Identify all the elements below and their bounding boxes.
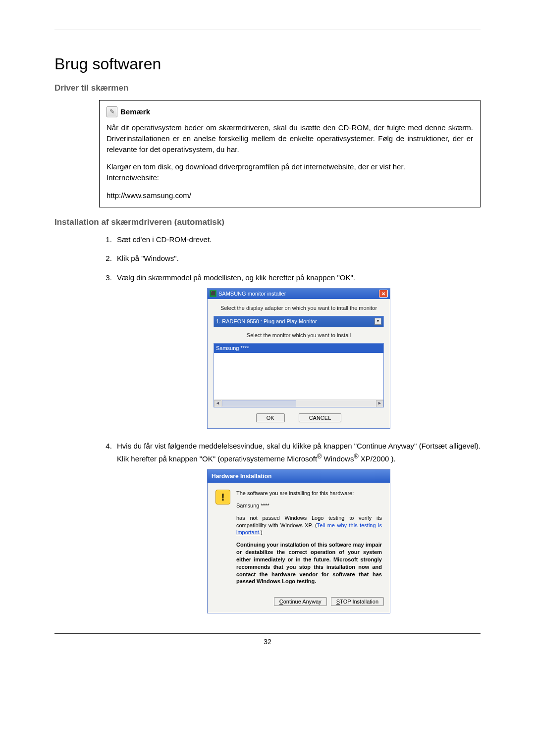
cancel-button[interactable]: CANCEL xyxy=(299,413,342,422)
step-3: Vælg din skærmmodel på modellisten, og k… xyxy=(114,272,481,429)
step-4-text-c: XP/2000 ). xyxy=(359,454,396,463)
step-4-text-b: Windows xyxy=(321,454,354,463)
scroll-left-icon[interactable]: ◄ xyxy=(214,400,221,407)
page-title: Brug softwaren xyxy=(54,55,481,73)
note-url: http://www.samsung.com/ xyxy=(107,190,473,201)
installer-titlebar: ⬛ SAMSUNG monitor installer ✕ xyxy=(208,289,390,299)
hw-l3b: ) xyxy=(261,529,263,535)
monitor-selected-item[interactable]: Samsung **** xyxy=(214,344,383,353)
reg-mark-1: ® xyxy=(317,453,321,460)
hw-line-3: has not passed Windows Logo testing to v… xyxy=(236,514,382,537)
monitor-label: Select the monitor which you want to ins… xyxy=(214,331,384,340)
scroll-right-icon[interactable]: ► xyxy=(376,400,383,407)
installer-app-icon: ⬛ xyxy=(210,290,216,297)
note-icon: ✎ xyxy=(107,106,117,117)
btn1-rest: ontinue Anyway xyxy=(283,599,321,605)
bottom-rule xyxy=(54,633,481,634)
note-title: Bemærk xyxy=(120,106,150,117)
horizontal-scrollbar[interactable]: ◄ ► xyxy=(214,400,383,407)
installer-dialog: ⬛ SAMSUNG monitor installer ✕ Select the… xyxy=(207,288,390,429)
stop-installation-button[interactable]: STOP Installation xyxy=(331,597,384,606)
install-steps: Sæt cd'en i CD-ROM-drevet. Klik på "Wind… xyxy=(99,234,481,614)
adapter-combo[interactable]: 1. RADEON 9550 : Plug and Play Monitor ▼ xyxy=(214,316,384,327)
monitor-listbox[interactable]: Samsung **** ◄ ► xyxy=(214,343,384,407)
scroll-thumb[interactable] xyxy=(222,400,296,406)
hardware-install-dialog: Hardware Installation ! The software you… xyxy=(207,469,390,613)
reg-mark-2: ® xyxy=(354,453,358,460)
step-1: Sæt cd'en i CD-ROM-drevet. xyxy=(114,234,481,246)
hw-line-2: Samsung **** xyxy=(236,502,382,509)
note-paragraph-1: Når dit operativsystem beder om skærmdri… xyxy=(107,122,473,154)
hw-warning-bold: Continuing your installation of this sof… xyxy=(236,541,382,585)
section-driver-heading: Driver til skærmen xyxy=(54,83,481,93)
continue-anyway-button[interactable]: Continue Anyway xyxy=(274,597,327,606)
ok-button[interactable]: OK xyxy=(256,413,285,422)
step-4-text-a: Hvis du får vist følgende meddelelsesvin… xyxy=(117,442,481,463)
hw-titlebar: Hardware Installation xyxy=(208,470,390,483)
top-rule xyxy=(54,30,481,30)
note-box: ✎ Bemærk Når dit operativsystem beder om… xyxy=(99,100,481,207)
installer-title: SAMSUNG monitor installer xyxy=(218,290,286,298)
adapter-combo-value: 1. RADEON 9550 : Plug and Play Monitor xyxy=(216,317,317,326)
btn1-underline: C xyxy=(279,599,283,605)
step-2: Klik på "Windows". xyxy=(114,253,481,264)
warning-icon: ! xyxy=(215,490,230,504)
btn2-rest: TOP Installation xyxy=(340,599,378,605)
adapter-label: Select the display adapter on which you … xyxy=(214,304,384,312)
step-4: Hvis du får vist følgende meddelelsesvin… xyxy=(114,441,481,613)
close-icon[interactable]: ✕ xyxy=(379,290,388,298)
chevron-down-icon[interactable]: ▼ xyxy=(374,318,381,325)
note-paragraph-2: Klargør en tom disk, og download driverp… xyxy=(107,161,473,172)
page-number: 32 xyxy=(54,638,481,646)
note-website-label: Internetwebsite: xyxy=(107,172,473,183)
hw-line-1: The software you are installing for this… xyxy=(236,490,382,497)
step-3-text: Vælg din skærmmodel på modellisten, og k… xyxy=(117,273,355,282)
section-install-heading: Installation af skærmdriveren (automatis… xyxy=(54,217,481,227)
